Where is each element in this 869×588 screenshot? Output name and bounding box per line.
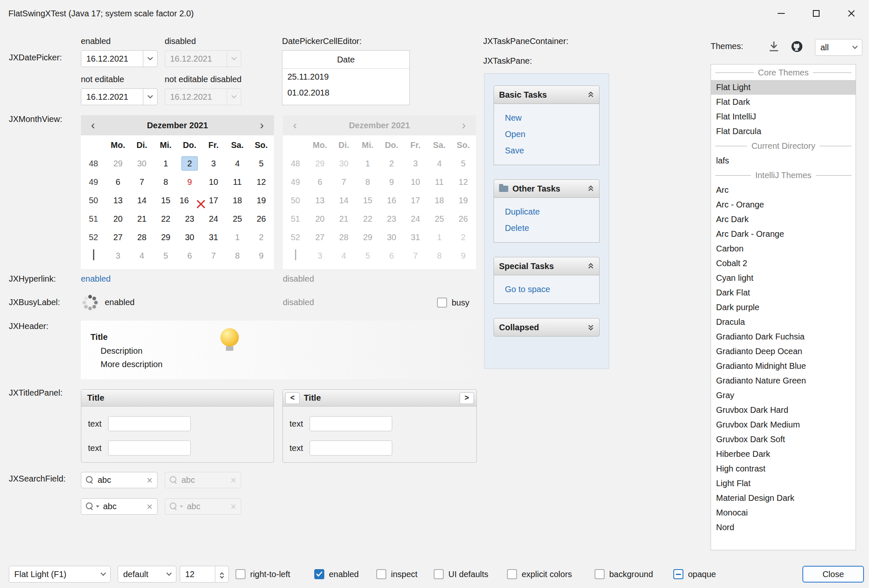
combo-arrow-button[interactable] [96, 566, 110, 582]
taskpane-title-other-tasks[interactable]: Other Tasks [494, 179, 600, 198]
theme-item-gradianto-deep-ocean[interactable]: Gradianto Deep Ocean [711, 344, 856, 359]
search-field[interactable]: abc × [81, 472, 158, 488]
checkbox-busy[interactable]: busy [437, 295, 469, 310]
day-cell[interactable]: 8 [154, 173, 178, 191]
font-combo[interactable]: default [118, 566, 176, 583]
task-link-open[interactable]: Open [505, 126, 596, 142]
day-cell[interactable]: 7 [202, 246, 225, 265]
day-cell[interactable]: 13 [106, 191, 130, 210]
theme-item-nord[interactable]: Nord [711, 520, 856, 535]
theme-item-carbon[interactable]: Carbon [711, 241, 856, 256]
text-input[interactable] [310, 440, 392, 456]
laf-combo[interactable]: Flat Light (F1) [9, 566, 111, 583]
close-button[interactable]: Close [802, 566, 864, 583]
text-input[interactable] [108, 416, 191, 431]
hyperlink-enabled[interactable]: enabled [81, 274, 111, 284]
clear-icon[interactable]: × [147, 502, 153, 512]
download-icon[interactable] [768, 41, 780, 52]
text-input[interactable] [108, 440, 191, 456]
theme-item-cobalt-2[interactable]: Cobalt 2 [711, 256, 856, 271]
datepicker-dropdown-button[interactable] [143, 89, 157, 105]
day-cell[interactable]: 3 [202, 154, 225, 173]
combo-arrow-button[interactable] [848, 39, 862, 55]
day-cell[interactable]: 7 [130, 173, 154, 191]
day-cell[interactable]: 30 [130, 154, 154, 173]
theme-item-gradianto-nature-green[interactable]: Gradianto Nature Green [711, 373, 856, 388]
theme-item-dark-purple[interactable]: Dark purple [711, 300, 856, 315]
checkbox-enabled[interactable]: enabled [314, 567, 359, 582]
table-row[interactable]: 01.02.2018 [282, 85, 409, 101]
theme-item-lafs[interactable]: lafs [711, 153, 856, 168]
day-cell[interactable]: 5 [249, 154, 273, 173]
theme-item-gray[interactable]: Gray [711, 388, 856, 403]
theme-item-flat-darcula[interactable]: Flat Darcula [711, 124, 856, 139]
datepicker-enabled[interactable]: 16.12.2021 [81, 50, 158, 67]
day-cell[interactable]: 6 [106, 173, 130, 191]
search-input[interactable]: abc [103, 502, 143, 511]
day-cell[interactable]: 4 [130, 246, 154, 265]
day-cell[interactable]: 23 [178, 210, 202, 228]
day-cell[interactable]: 4 [225, 154, 249, 173]
day-cell[interactable]: 21 [130, 210, 154, 228]
theme-item-arc-orange[interactable]: Arc - Orange [711, 197, 856, 212]
theme-item-light-flat[interactable]: Light Flat [711, 476, 856, 491]
day-cell[interactable]: 24 [202, 210, 225, 228]
spinner-buttons[interactable] [215, 566, 228, 582]
day-cell[interactable]: 6 [178, 246, 202, 265]
day-cell[interactable]: 5 [154, 246, 178, 265]
collapse-toggle-icon[interactable] [587, 263, 594, 269]
theme-item-hiberbee-dark[interactable]: Hiberbee Dark [711, 447, 856, 461]
github-icon[interactable] [790, 40, 804, 53]
day-cell[interactable]: 12 [249, 173, 273, 191]
task-link-duplicate[interactable]: Duplicate [505, 204, 596, 220]
task-link-save[interactable]: Save [505, 142, 596, 159]
day-cell[interactable]: 18 [225, 191, 249, 210]
theme-item-high-contrast[interactable]: High contrast [711, 461, 856, 476]
day-cell[interactable]: 29 [106, 154, 130, 173]
checkbox-explicit-colors[interactable]: explicit colors [507, 567, 572, 582]
theme-item-dark-flat[interactable]: Dark Flat [711, 285, 856, 300]
theme-item-dracula[interactable]: Dracula [711, 315, 856, 329]
task-link-go-to-space[interactable]: Go to space [505, 281, 596, 298]
search-field-with-menu[interactable]: abc × [81, 498, 158, 515]
day-cell[interactable]: 19 [249, 191, 273, 210]
day-cell[interactable]: 2 [249, 228, 273, 246]
day-cell[interactable]: 28 [130, 228, 154, 246]
taskpane-title-special-tasks[interactable]: Special Tasks [494, 257, 600, 275]
themes-filter-combo[interactable]: all [815, 39, 862, 56]
window-close-button[interactable] [834, 0, 869, 27]
day-cell[interactable]: 2 [178, 154, 202, 173]
collapse-toggle-icon[interactable] [587, 185, 594, 192]
theme-item-cyan-light[interactable]: Cyan light [711, 271, 856, 285]
day-cell[interactable]: 3 [106, 246, 130, 265]
day-cell[interactable]: 1 [154, 154, 178, 173]
day-cell[interactable]: 15 [154, 191, 178, 210]
theme-item-material-design-dark[interactable]: Material Design Dark [711, 491, 856, 505]
checkbox-opaque[interactable]: opaque [673, 567, 716, 582]
day-cell[interactable]: 8 [225, 246, 249, 265]
combo-arrow-button[interactable] [162, 566, 176, 582]
font-size-spinner[interactable]: 12 [180, 566, 229, 583]
task-link-delete[interactable]: Delete [505, 220, 596, 236]
theme-item-arc[interactable]: Arc [711, 183, 856, 197]
maximize-button[interactable] [799, 0, 834, 27]
day-cell[interactable]: 31 [202, 228, 225, 246]
theme-item-gruvbox-dark-hard[interactable]: Gruvbox Dark Hard [711, 403, 856, 417]
day-cell[interactable]: 26 [249, 210, 273, 228]
theme-item-flat-light[interactable]: Flat Light [711, 80, 856, 95]
checkbox-background[interactable]: background [595, 567, 653, 582]
taskpane-title-basic-tasks[interactable]: Basic Tasks [494, 85, 600, 104]
collapse-toggle-icon[interactable] [587, 324, 594, 331]
clear-icon[interactable]: × [147, 475, 153, 485]
search-icon[interactable] [86, 476, 94, 484]
day-cell[interactable]: 10 [202, 173, 225, 191]
checkbox-right-to-left[interactable]: right-to-left [235, 567, 290, 582]
theme-item-gruvbox-dark-medium[interactable]: Gruvbox Dark Medium [711, 417, 856, 432]
theme-item-flat-dark[interactable]: Flat Dark [711, 95, 856, 109]
day-cell[interactable]: 14 [130, 191, 154, 210]
theme-item-monocai[interactable]: Monocai [711, 505, 856, 520]
checkbox-inspect[interactable]: inspect [376, 567, 417, 582]
theme-item-gruvbox-dark-soft[interactable]: Gruvbox Dark Soft [711, 432, 856, 447]
checkbox-ui-defaults[interactable]: UI defaults [434, 567, 489, 582]
day-cell[interactable]: 20 [106, 210, 130, 228]
